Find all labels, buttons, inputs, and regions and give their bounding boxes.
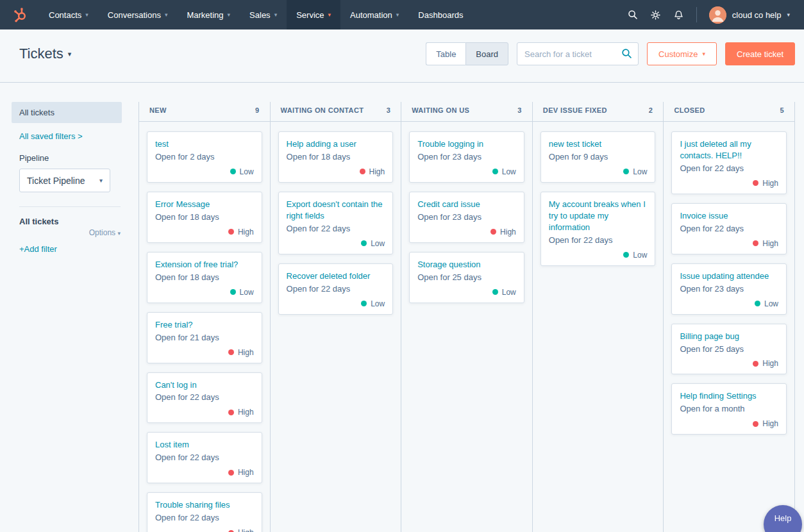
ticket-title[interactable]: My account breaks when I try to update m… <box>549 199 648 233</box>
priority-label: Low <box>764 299 778 308</box>
ticket-title[interactable]: Invoice issue <box>680 210 778 222</box>
ticket-card[interactable]: Recover deleted folder Open for 22 days … <box>278 263 394 315</box>
ticket-age: Open for 9 days <box>549 151 648 163</box>
filters-sidebar: All tickets All saved filters > Pipeline… <box>19 102 130 532</box>
ticket-age: Open for 22 days <box>287 283 385 295</box>
ticket-card[interactable]: Trouble logging in Open for 23 days Low <box>409 131 524 183</box>
ticket-age: Open for 25 days <box>417 272 516 283</box>
ticket-title[interactable]: Recover deleted folder <box>287 270 385 282</box>
account-menu[interactable]: cloud co help ▾ <box>709 6 790 24</box>
column-body: Trouble logging in Open for 23 days Low … <box>401 122 532 532</box>
nav-divider <box>696 7 697 22</box>
ticket-card[interactable]: Can't log in Open for 22 days High <box>147 372 262 424</box>
filters-header: All tickets <box>19 217 130 226</box>
ticket-priority: Low <box>417 288 516 297</box>
priority-label: Low <box>371 299 385 308</box>
ticket-title[interactable]: Storage question <box>417 259 516 270</box>
priority-dot <box>492 289 498 295</box>
nav-item-dashboards[interactable]: Dashboards <box>408 0 473 29</box>
search-icon[interactable] <box>628 10 638 20</box>
ticket-priority: Low <box>287 239 385 248</box>
ticket-search-input[interactable] <box>517 42 639 65</box>
priority-label: Low <box>240 288 254 297</box>
ticket-card[interactable]: Invoice issue Open for 22 days High <box>671 203 787 254</box>
chevron-down-icon: ▾ <box>328 12 331 18</box>
priority-label: Low <box>502 288 516 297</box>
ticket-title[interactable]: Help adding a user <box>287 138 385 150</box>
ticket-title[interactable]: I just deleted all my contacts. HELP!! <box>680 138 778 162</box>
ticket-card[interactable]: Trouble sharing files Open for 22 days H… <box>147 492 262 532</box>
nav-item-service[interactable]: Service ▾ <box>287 0 340 29</box>
ticket-card[interactable]: Extension of free trial? Open for 18 day… <box>147 252 262 303</box>
ticket-title[interactable]: Billing page bug <box>680 331 778 342</box>
ticket-priority: Low <box>155 167 254 176</box>
priority-dot <box>492 169 498 174</box>
ticket-card[interactable]: Export doesn't contain the right fields … <box>278 192 394 254</box>
chevron-down-icon: ▾ <box>117 230 121 237</box>
search-icon[interactable] <box>621 48 632 62</box>
pipeline-label: Pipeline <box>19 153 130 163</box>
all-saved-filters-link[interactable]: All saved filters > <box>19 131 130 141</box>
priority-label: High <box>238 228 254 237</box>
ticket-card[interactable]: Free trial? Open for 21 days High <box>147 312 262 363</box>
chevron-down-icon: ▾ <box>787 12 790 18</box>
ticket-title[interactable]: Trouble sharing files <box>155 499 254 511</box>
nav-item-conversations[interactable]: Conversations ▾ <box>98 0 178 29</box>
ticket-title[interactable]: test <box>155 138 254 150</box>
ticket-card[interactable]: Error Message Open for 18 days High <box>147 192 262 243</box>
customize-button[interactable]: Customize ▾ <box>647 42 717 65</box>
view-toggle-table[interactable]: Table <box>426 42 465 65</box>
ticket-card[interactable]: Help adding a user Open for 18 days High <box>278 131 394 183</box>
priority-dot <box>490 229 496 235</box>
ticket-title[interactable]: Can't log in <box>155 379 254 391</box>
column-body: test Open for 2 days Low Error Message O… <box>139 122 270 532</box>
options-menu[interactable]: Options ▾ <box>19 228 121 237</box>
ticket-card[interactable]: Storage question Open for 25 days Low <box>409 252 524 303</box>
ticket-title[interactable]: Lost item <box>155 439 254 451</box>
nav-item-contacts[interactable]: Contacts ▾ <box>39 0 98 29</box>
nav-item-automation[interactable]: Automation ▾ <box>340 0 408 29</box>
bell-icon[interactable] <box>673 10 684 21</box>
ticket-card[interactable]: Lost item Open for 22 days High <box>147 432 262 483</box>
ticket-title[interactable]: new test ticket <box>549 138 648 150</box>
nav-item-label: Automation <box>350 10 392 20</box>
ticket-age: Open for 22 days <box>549 235 648 246</box>
ticket-title[interactable]: Error Message <box>155 199 254 210</box>
ticket-card[interactable]: new test ticket Open for 9 days Low <box>540 131 656 183</box>
ticket-title[interactable]: Credit card issue <box>417 199 516 210</box>
column-header: CLOSED 5 <box>664 102 794 122</box>
ticket-title[interactable]: Extension of free trial? <box>155 259 254 270</box>
column-count: 3 <box>517 106 522 114</box>
priority-dot <box>228 410 234 415</box>
ticket-age: Open for a month <box>680 403 778 415</box>
view-toggle-board[interactable]: Board <box>465 42 508 65</box>
ticket-card[interactable]: Help finding Settings Open for a month H… <box>671 383 787 435</box>
page-title[interactable]: Tickets ▾ <box>19 46 71 62</box>
ticket-age: Open for 18 days <box>287 151 385 163</box>
nav-item-marketing[interactable]: Marketing ▾ <box>177 0 240 29</box>
board-column-new: NEW 9 test Open for 2 days Low Error Mes… <box>139 102 271 532</box>
ticket-card[interactable]: test Open for 2 days Low <box>147 131 262 183</box>
ticket-card[interactable]: I just deleted all my contacts. HELP!! O… <box>671 131 787 194</box>
sidebar-divider <box>19 206 121 207</box>
ticket-title[interactable]: Trouble logging in <box>417 138 516 150</box>
column-header: DEV ISSUE FIXED 2 <box>533 102 664 122</box>
ticket-card[interactable]: Billing page bug Open for 25 days High <box>671 324 787 375</box>
ticket-card[interactable]: Issue updating attendee Open for 23 days… <box>671 263 787 315</box>
sidebar-item-all-tickets[interactable]: All tickets <box>12 102 122 123</box>
ticket-card[interactable]: My account breaks when I try to update m… <box>540 192 656 266</box>
top-nav: Contacts ▾ Conversations ▾ Marketing ▾ S… <box>0 0 804 29</box>
nav-item-sales[interactable]: Sales ▾ <box>240 0 287 29</box>
priority-dot <box>230 169 236 174</box>
ticket-title[interactable]: Issue updating attendee <box>680 270 778 282</box>
ticket-title[interactable]: Help finding Settings <box>680 390 778 402</box>
column-header: NEW 9 <box>139 102 270 122</box>
gear-icon[interactable] <box>650 10 661 21</box>
ticket-title[interactable]: Export doesn't contain the right fields <box>287 199 385 222</box>
create-ticket-button[interactable]: Create ticket <box>725 42 795 65</box>
hubspot-logo-icon[interactable] <box>0 0 39 29</box>
ticket-card[interactable]: Credit card issue Open for 23 days High <box>409 192 524 243</box>
pipeline-select[interactable]: Ticket Pipeline ▾ <box>19 169 110 192</box>
add-filter-link[interactable]: +Add filter <box>19 244 130 254</box>
ticket-title[interactable]: Free trial? <box>155 319 254 331</box>
